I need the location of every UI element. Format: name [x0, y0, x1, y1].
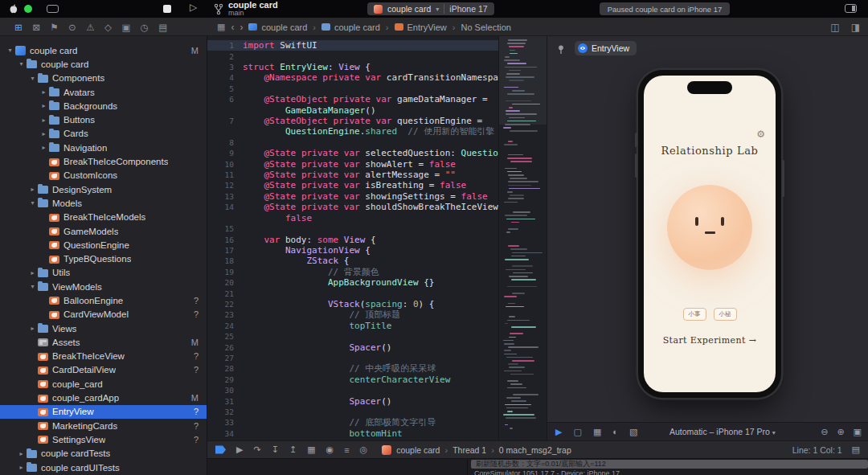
app-screen[interactable]: ⚙ Relationship Lab 小事 小秘 Start Experimen… [644, 76, 776, 392]
disclosure-chevron-icon[interactable]: ▸ [27, 325, 38, 332]
file-tree-item[interactable]: QuestionEngine [0, 238, 207, 252]
code-line[interactable]: 9 @State private var selectedQuestion: Q… [207, 148, 547, 158]
source-control-navigator-icon[interactable]: ⊠ [32, 22, 40, 33]
disclosure-chevron-icon[interactable]: ▸ [27, 269, 38, 276]
pin-icon[interactable] [557, 43, 565, 58]
code-line[interactable]: 18 ZStack { [207, 256, 547, 266]
disclosure-chevron-icon[interactable]: ▸ [16, 450, 27, 457]
disclosure-chevron-icon[interactable]: ▾ [27, 199, 38, 207]
project-navigator-icon[interactable]: ⊞ [14, 22, 23, 33]
file-tree-item[interactable]: ▾ViewModels [0, 280, 207, 293]
file-tree-item[interactable]: ▸Utils [0, 266, 207, 280]
code-line[interactable]: 31 Spacer() [207, 395, 547, 406]
environment-overrides-icon[interactable]: ≡ [344, 445, 349, 455]
file-tree-item[interactable]: BreakTheIceComponents [0, 154, 207, 168]
simulate-location-icon[interactable]: ◎ [360, 444, 368, 455]
code-line[interactable]: 30 [207, 385, 547, 395]
code-line[interactable]: 21 [207, 288, 547, 298]
code-line[interactable]: QuestionEngine.shared // 使用新的智能引擎 [207, 126, 547, 137]
code-line[interactable]: GameDataManager() [207, 104, 547, 115]
code-line[interactable]: 15 [207, 223, 547, 234]
breakpoints-toggle-icon[interactable] [215, 445, 226, 455]
step-over-icon[interactable]: ↷ [253, 444, 260, 455]
file-tree-item[interactable]: ▸Backgrounds [0, 99, 207, 113]
continue-icon[interactable]: ▶ [236, 444, 243, 455]
file-tree-item[interactable]: ▸couple cardTests [0, 447, 207, 461]
character-blob[interactable] [667, 185, 752, 270]
breadcrumb-item[interactable]: couple card [321, 23, 380, 32]
scheme-name[interactable]: couple card [387, 4, 431, 14]
code-line[interactable]: 4 @Namespace private var cardTransitionN… [207, 72, 547, 83]
code-line[interactable]: 22 VStack(spacing: 0) { [207, 299, 547, 309]
file-tree-item[interactable]: TypeBQuestions [0, 252, 207, 265]
file-tree-item[interactable]: ▾Components [0, 72, 207, 85]
debug-navigator-icon[interactable]: ▣ [121, 22, 130, 33]
debug-frame[interactable]: 0 mach_msg2_trap [499, 445, 571, 455]
code-line[interactable]: 26 Spacer() [207, 342, 547, 352]
run-button[interactable]: ▷ [190, 2, 197, 13]
disclosure-chevron-icon[interactable]: ▸ [27, 186, 38, 193]
code-line[interactable]: false [207, 213, 547, 223]
disclosure-chevron-icon[interactable]: ▾ [27, 283, 38, 290]
file-tree-item[interactable]: ▸Cards [0, 127, 207, 141]
code-line[interactable]: 8 [207, 137, 547, 148]
console-filter-icon[interactable]: ▤ [852, 444, 860, 455]
test-navigator-icon[interactable]: ◇ [104, 22, 112, 33]
breadcrumb-item[interactable]: couple card [248, 23, 307, 32]
view-debugger-icon[interactable]: ▦ [307, 444, 315, 455]
inspector-toggle-icon[interactable]: ◨ [851, 22, 860, 33]
disclosure-chevron-icon[interactable]: ▾ [5, 47, 15, 54]
stop-button[interactable] [163, 5, 171, 13]
color-scheme-icon[interactable]: ◐ [612, 427, 618, 436]
code-line[interactable]: 5 [207, 84, 547, 94]
file-tree-item[interactable]: AssetsM [0, 335, 207, 349]
debug-thread[interactable]: Thread 1 [452, 445, 486, 455]
code-line[interactable]: 25 [207, 331, 547, 342]
code-line[interactable]: 19 // 背景颜色 [207, 267, 547, 277]
code-line[interactable]: 17 NavigationView { [207, 245, 547, 256]
file-tree-item[interactable]: ▾Models [0, 196, 207, 210]
live-preview-icon[interactable]: ▶ [555, 427, 562, 437]
step-into-icon[interactable]: ↧ [272, 444, 279, 455]
memory-graph-icon[interactable]: ◉ [326, 444, 334, 455]
file-tree-item[interactable]: SettingsView? [0, 432, 207, 446]
toolbar-toggle-icon[interactable] [845, 4, 857, 13]
file-tree-item[interactable]: ▾couple card [0, 57, 207, 71]
display-icon[interactable] [47, 5, 59, 13]
editor-options-icon[interactable]: ◫ [830, 22, 839, 33]
file-tree-item[interactable]: CustomIcons [0, 169, 207, 182]
disclosure-chevron-icon[interactable]: ▾ [27, 75, 38, 82]
code-line[interactable]: 24 topTitle [207, 321, 547, 331]
code-line[interactable]: 10 @State private var showAlert = false [207, 158, 547, 169]
code-line[interactable]: 34 bottomHint [207, 428, 547, 439]
file-tree-item[interactable]: ▾couple cardM [0, 43, 207, 57]
file-tree-item[interactable]: ▸Navigation [0, 141, 207, 154]
code-line[interactable]: 11 @State private var alertMessage = "" [207, 170, 547, 180]
breadcrumb-item[interactable]: EntryView [395, 23, 447, 32]
disclosure-chevron-icon[interactable]: ▸ [39, 130, 49, 137]
disclosure-chevron-icon[interactable]: ▸ [39, 117, 49, 124]
issue-navigator-icon[interactable]: ⚠ [86, 22, 94, 33]
file-tree-item[interactable]: ▸Views [0, 321, 207, 335]
zoom-in-icon[interactable]: ⊕ [837, 427, 844, 437]
code-line[interactable]: 1import SwiftUI [207, 40, 547, 51]
mode-chip-left[interactable]: 小事 [683, 308, 706, 321]
code-editor[interactable]: 1import SwiftUI23struct EntryView: View … [207, 36, 547, 440]
disclosure-chevron-icon[interactable]: ▸ [39, 88, 49, 96]
code-line[interactable]: 33 // 底部极简文字引导 [207, 417, 547, 428]
disclosure-chevron-icon[interactable]: ▸ [39, 144, 49, 151]
disclosure-chevron-icon[interactable]: ▸ [39, 102, 49, 109]
code-line[interactable]: 20 AppBackgroundView {} [207, 277, 547, 288]
code-line[interactable]: 28 // 中央呼吸的呆呆球 [207, 363, 547, 374]
code-line[interactable]: 7 @StateObject private var questionEngin… [207, 116, 547, 126]
code-line[interactable]: 2 [207, 51, 547, 61]
minimap[interactable] [498, 36, 547, 440]
file-tree-item[interactable]: couple_card [0, 377, 207, 391]
breadcrumb-item[interactable]: No Selection [461, 23, 511, 32]
bookmark-navigator-icon[interactable]: ⚑ [50, 22, 58, 33]
disclosure-chevron-icon[interactable]: ▾ [16, 60, 27, 68]
console-selected-line[interactable]: 刷新随机步数：文字=0.01/底部输入=112 [471, 460, 868, 469]
file-tree-item[interactable]: ▸couple cardUITests [0, 461, 207, 474]
file-tree-item[interactable]: couple_cardAppM [0, 391, 207, 404]
breakpoint-navigator-icon[interactable]: ◷ [141, 22, 149, 33]
